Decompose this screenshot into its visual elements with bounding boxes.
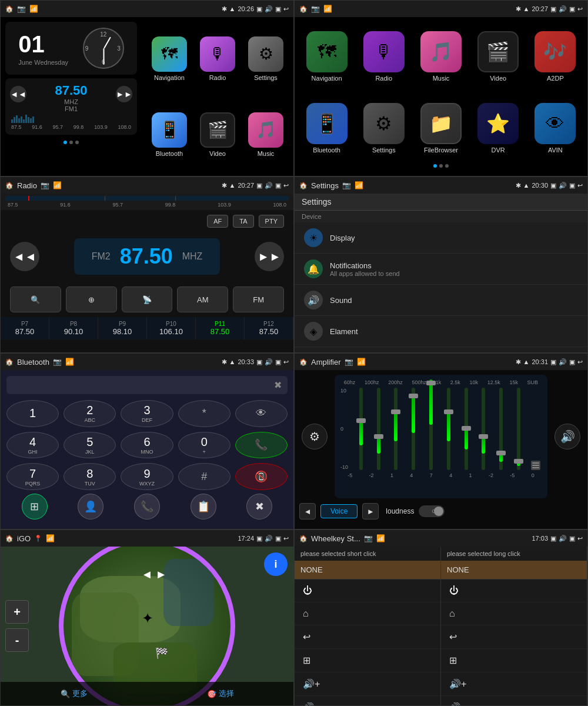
app-music[interactable]: 🎵 Music xyxy=(243,98,289,171)
launcher-settings[interactable]: ⚙ Settings xyxy=(358,95,410,162)
settings-sound-item[interactable]: 🔊 Sound xyxy=(295,285,587,316)
eq-bar-9[interactable] xyxy=(493,388,509,470)
ta-btn[interactable]: TA xyxy=(233,215,253,228)
launcher-filebrowser[interactable]: 📁 FileBrowser xyxy=(415,95,467,162)
eq-bar-8[interactable] xyxy=(476,388,492,470)
home-icon[interactable]: 🏠 xyxy=(5,5,14,13)
wk-short-power[interactable]: ⏻ xyxy=(295,580,440,602)
dial-6[interactable]: 6MNO xyxy=(121,432,173,459)
radio-prev-btn[interactable]: ◄◄ xyxy=(10,86,26,102)
radio-stereo-btn[interactable]: ⊕ xyxy=(66,287,117,312)
dial-5[interactable]: 5JKL xyxy=(64,432,116,459)
eq-more-icon[interactable] xyxy=(529,388,543,470)
back-p4[interactable]: ↩ xyxy=(577,182,583,189)
eq-bar-10[interactable] xyxy=(511,388,526,470)
dial-call[interactable]: 📞 xyxy=(235,432,288,459)
dial-4[interactable]: 4GHI xyxy=(6,432,59,459)
wk-short-back[interactable]: ↩ xyxy=(295,625,440,649)
wk-long-grid[interactable]: ⊞ xyxy=(441,649,587,672)
dial-9[interactable]: 9WXYZ xyxy=(121,463,173,490)
settings-display-item[interactable]: ☀ Display xyxy=(295,222,587,254)
launcher-navigation[interactable]: 🗺 Navigation xyxy=(300,23,353,90)
wk-short-vol-up[interactable]: 🔊+ xyxy=(295,672,440,696)
map-more-btn[interactable]: 🔍 更多 xyxy=(61,688,88,699)
home-icon-p6[interactable]: 🏠 xyxy=(299,358,308,366)
back-p5[interactable]: ↩ xyxy=(283,358,289,366)
back-icon[interactable]: ↩ xyxy=(283,5,289,13)
eq-bar-3[interactable] xyxy=(389,388,404,470)
dial-hash[interactable]: # xyxy=(178,463,230,490)
preset-p7[interactable]: P7 87.50 xyxy=(1,317,49,339)
bt-contacts-btn[interactable]: 👤 xyxy=(78,494,103,519)
radio-next-btn[interactable]: ►► xyxy=(116,86,132,102)
preset-p11[interactable]: P11 87.50 xyxy=(196,317,245,339)
app-radio[interactable]: 🎙 Radio xyxy=(195,22,240,95)
wk-long-none[interactable]: NONE xyxy=(441,561,587,580)
wk-long-home[interactable]: ⌂ xyxy=(441,602,587,625)
launcher-video[interactable]: 🎬 Video xyxy=(472,23,524,90)
dial-8[interactable]: 8TUV xyxy=(64,463,116,490)
app-video[interactable]: 🎬 Video xyxy=(195,98,240,171)
wk-short-vol-down[interactable]: 🔊- xyxy=(295,696,440,706)
dial-end[interactable]: 📵 xyxy=(235,463,288,490)
eq-bar-5[interactable] xyxy=(423,388,439,470)
af-btn[interactable]: AF xyxy=(207,215,228,228)
radio-fm-btn[interactable]: FM xyxy=(233,287,284,312)
dial-eye[interactable]: 👁 xyxy=(235,400,288,427)
map-zoom-in[interactable]: + xyxy=(5,600,29,624)
loudness-toggle[interactable]: OFF xyxy=(419,505,445,517)
home-icon-p5[interactable]: 🏠 xyxy=(5,358,14,366)
bt-number-input[interactable] xyxy=(12,381,274,390)
eq-filter-btn[interactable]: ⚙ xyxy=(302,424,328,449)
wk-short-home[interactable]: ⌂ xyxy=(295,602,440,625)
launcher-music[interactable]: 🎵 Music xyxy=(415,23,467,90)
wk-long-vol-down[interactable]: 🔊- xyxy=(441,696,587,706)
preset-p10[interactable]: P10 106.10 xyxy=(147,317,196,339)
map-zoom-out[interactable]: - xyxy=(5,628,29,652)
eq-bar-7[interactable] xyxy=(459,388,474,470)
radio-search-btn[interactable]: 🔍 xyxy=(10,287,61,312)
bt-clear-btn[interactable]: ✖ xyxy=(274,379,282,391)
launcher-bluetooth[interactable]: 📱 Bluetooth xyxy=(300,95,353,162)
app-bluetooth[interactable]: 📱 Bluetooth xyxy=(146,98,192,171)
eq-bar-4[interactable] xyxy=(406,388,421,470)
wk-short-grid[interactable]: ⊞ xyxy=(295,649,440,672)
launcher-dvr[interactable]: ⭐ DVR xyxy=(472,95,524,162)
pty-btn[interactable]: PTY xyxy=(259,215,284,228)
launcher-radio[interactable]: 🎙 Radio xyxy=(358,23,410,90)
dial-3[interactable]: 3DEF xyxy=(121,400,173,427)
bt-messages-btn[interactable]: 📋 xyxy=(191,494,216,519)
map-select-btn[interactable]: 🎯 选择 xyxy=(207,688,234,699)
bt-dialpad-btn[interactable]: ⊞ xyxy=(22,494,48,519)
dial-0[interactable]: 0+ xyxy=(178,432,230,459)
app-settings[interactable]: ⚙ Settings xyxy=(243,22,289,95)
back-p6[interactable]: ↩ xyxy=(577,358,583,366)
preset-p8[interactable]: P8 90.10 xyxy=(49,317,98,339)
launcher-a2dp[interactable]: 🎶 A2DP xyxy=(529,23,582,90)
dial-7[interactable]: 7PQRS xyxy=(6,463,59,490)
preset-p9[interactable]: P9 98.10 xyxy=(98,317,147,339)
back-p3[interactable]: ↩ xyxy=(283,182,289,189)
launcher-avin[interactable]: 👁 AVIN xyxy=(529,95,582,162)
preset-p12[interactable]: P12 87.50 xyxy=(245,317,293,339)
eq-next-btn[interactable]: ► xyxy=(362,503,379,519)
wk-long-power[interactable]: ⏻ xyxy=(441,580,587,602)
radio-prev-main-btn[interactable]: ◄◄ xyxy=(10,242,39,271)
eq-bar-2[interactable] xyxy=(371,388,386,470)
eq-speaker-btn[interactable]: 🔊 xyxy=(554,424,580,449)
back-p8[interactable]: ↩ xyxy=(577,535,583,542)
dial-star[interactable]: * xyxy=(178,400,230,427)
wk-long-back[interactable]: ↩ xyxy=(441,625,587,649)
settings-notifications-item[interactable]: 🔔 Notifications All apps allowed to send xyxy=(295,254,587,285)
home-icon-p2[interactable]: 🏠 xyxy=(299,5,308,13)
dial-1[interactable]: 1 xyxy=(6,400,59,427)
settings-element-item[interactable]: ◈ Elament xyxy=(295,316,587,347)
app-navigation[interactable]: 🗺 Navigation xyxy=(146,22,192,95)
eq-bar-1[interactable] xyxy=(353,388,369,470)
home-icon-p7[interactable]: 🏠 xyxy=(5,535,14,542)
bt-bt-btn[interactable]: ✖ xyxy=(246,494,272,519)
eq-bar-6[interactable] xyxy=(441,388,456,470)
back-p7[interactable]: ↩ xyxy=(283,535,289,542)
wk-long-vol-up[interactable]: 🔊+ xyxy=(441,672,587,696)
home-icon-p4[interactable]: 🏠 xyxy=(299,182,308,189)
